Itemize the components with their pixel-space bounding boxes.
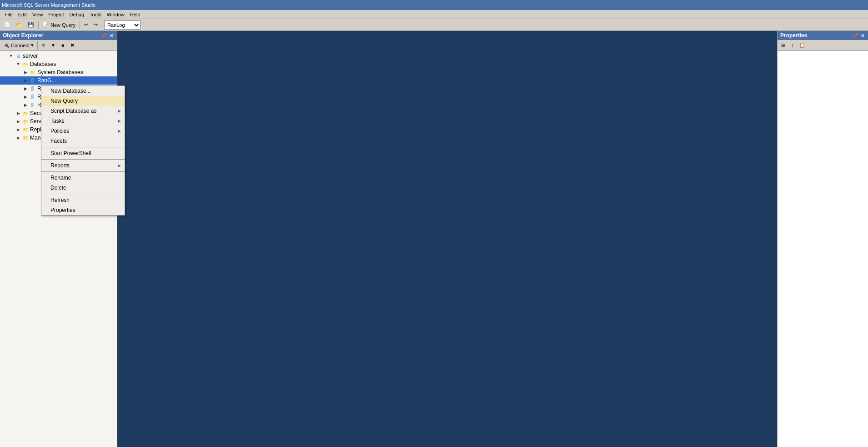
ctx-tasks[interactable]: Tasks ▶: [41, 116, 125, 126]
ctx-sep-1: [41, 147, 125, 147]
expander-ranu[interactable]: ▶: [22, 103, 29, 107]
ctx-policies[interactable]: Policies ▶: [41, 126, 125, 136]
ctx-script-arrow-icon: ▶: [118, 109, 121, 113]
tree-label-sys-databases: System Databases: [37, 69, 83, 75]
redo-button[interactable]: ↪: [91, 20, 100, 30]
expander-ranl[interactable]: ▶: [22, 86, 29, 91]
ctx-reports-label: Reports: [50, 162, 70, 169]
disconnect-icon: ✖: [70, 43, 74, 48]
main-layout: Object Explorer 📌 ✕ 🔌 Connect ▾ ↻ ▼ ■: [0, 31, 868, 447]
menu-view[interactable]: View: [30, 11, 46, 18]
tree-label-rang: RanG...: [37, 77, 56, 84]
ctx-new-query-label: New Query: [50, 98, 78, 104]
props-categorized-button[interactable]: ⊞: [778, 41, 788, 50]
tree-item-rang[interactable]: ▶ 🗄 RanG...: [0, 76, 117, 85]
db-ranl-icon: 🗄: [29, 85, 36, 92]
db-rang-icon: 🗄: [29, 77, 36, 84]
ctx-new-database[interactable]: New Database...: [41, 86, 125, 96]
tree-item-system-databases[interactable]: ▶ 📁 System Databases: [0, 68, 117, 76]
ctx-delete-label: Delete: [50, 185, 66, 191]
main-toolbar: 📄 📂 💾 📝 New Query ↩ ↪ RanLog: [0, 19, 868, 31]
oe-refresh-button[interactable]: ↻: [39, 41, 48, 50]
expander-replication[interactable]: ▶: [15, 127, 22, 132]
properties-panel: Properties 📌 ✕ ⊞ ↕ 📋: [777, 31, 868, 447]
separator-2: [80, 21, 80, 29]
ctx-start-powershell[interactable]: Start PowerShell: [41, 148, 125, 158]
context-menu: New Database... New Query Script Databas…: [41, 85, 125, 216]
connect-icon: 🔌: [3, 42, 10, 48]
expander-management[interactable]: ▶: [15, 136, 22, 140]
expander-root[interactable]: ▼: [7, 54, 15, 58]
ctx-refresh[interactable]: Refresh: [41, 195, 125, 205]
expander-rans[interactable]: ▶: [22, 95, 29, 99]
ctx-delete[interactable]: Delete: [41, 183, 125, 193]
open-button[interactable]: 📂: [14, 20, 25, 30]
expander-sys[interactable]: ▶: [22, 70, 29, 75]
menu-window[interactable]: Window: [104, 11, 127, 18]
pin-button[interactable]: 📌: [100, 33, 108, 38]
expander-so[interactable]: ▶: [15, 119, 22, 124]
ctx-script-database[interactable]: Script Database as ▶: [41, 106, 125, 116]
undo-icon: ↩: [84, 22, 88, 28]
new-query-button[interactable]: 📝 New Query: [40, 20, 78, 30]
oe-disconnect-button[interactable]: ✖: [68, 41, 77, 50]
oe-stop-button[interactable]: ■: [58, 41, 67, 50]
pages-icon: 📋: [799, 43, 805, 48]
ctx-policies-arrow-icon: ▶: [118, 129, 121, 133]
menu-edit[interactable]: Edit: [15, 11, 30, 18]
ctx-start-powershell-label: Start PowerShell: [50, 150, 91, 156]
folder-replication-icon: 📁: [22, 126, 29, 133]
database-dropdown[interactable]: RanLog: [104, 20, 140, 30]
tree-label-root: server: [23, 53, 38, 59]
properties-toolbar: ⊞ ↕ 📋: [778, 40, 868, 51]
menu-project[interactable]: Project: [45, 11, 66, 18]
new-file-icon: 📄: [4, 22, 10, 28]
undo-button[interactable]: ↩: [82, 20, 90, 30]
menu-help[interactable]: Help: [127, 11, 143, 18]
ctx-reports-arrow-icon: ▶: [118, 163, 121, 168]
props-alphabetical-button[interactable]: ↕: [788, 41, 797, 50]
redo-icon: ↪: [94, 22, 98, 28]
oe-filter-button[interactable]: ▼: [49, 41, 58, 50]
props-pin-button[interactable]: 📌: [852, 33, 859, 38]
ctx-new-query[interactable]: New Query: [41, 96, 125, 106]
separator-3: [102, 21, 102, 29]
stop-icon: ■: [61, 43, 64, 48]
expander-security[interactable]: ▶: [15, 111, 22, 116]
server-icon: 🖥: [15, 52, 22, 60]
expander-databases[interactable]: ▼: [15, 62, 22, 66]
ctx-properties-label: Properties: [50, 207, 75, 213]
close-panel-button[interactable]: ✕: [109, 33, 114, 38]
properties-content: [778, 51, 868, 447]
categorized-icon: ⊞: [781, 43, 785, 48]
content-area: [117, 31, 777, 447]
ctx-tasks-arrow-icon: ▶: [118, 119, 121, 123]
connect-label: Connect: [11, 43, 30, 48]
expander-rang[interactable]: ▶: [22, 78, 29, 83]
props-pages-button[interactable]: 📋: [798, 41, 807, 50]
ctx-properties[interactable]: Properties: [41, 205, 125, 215]
separator-1: [38, 21, 39, 29]
folder-security-icon: 📁: [22, 110, 29, 117]
ctx-rename-label: Rename: [50, 175, 71, 181]
ctx-sep-3: [41, 171, 125, 172]
connect-arrow-icon: ▾: [31, 42, 34, 48]
ctx-rename[interactable]: Rename: [41, 173, 125, 183]
props-close-button[interactable]: ✕: [860, 33, 865, 38]
ctx-facets[interactable]: Facets: [41, 136, 125, 146]
tree-item-databases[interactable]: ▼ 📁 Databases: [0, 60, 117, 68]
tree-item-root[interactable]: ▼ 🖥 server: [0, 52, 117, 60]
tree-label-databases: Databases: [30, 61, 56, 67]
new-file-button[interactable]: 📄: [2, 20, 13, 30]
save-button[interactable]: 💾: [25, 20, 36, 30]
filter-icon: ▼: [51, 43, 55, 48]
connect-button[interactable]: 🔌 Connect ▾: [1, 40, 36, 50]
ctx-facets-label: Facets: [50, 138, 67, 144]
menu-debug[interactable]: Debug: [67, 11, 87, 18]
menu-tools[interactable]: Tools: [87, 11, 104, 18]
props-header-controls: 📌 ✕: [852, 33, 865, 38]
ctx-reports[interactable]: Reports ▶: [41, 161, 125, 171]
title-label: Microsoft SQL Server Management Studio: [2, 2, 95, 8]
menu-file[interactable]: File: [2, 11, 15, 18]
db-ranu-icon: 🗄: [29, 101, 36, 109]
